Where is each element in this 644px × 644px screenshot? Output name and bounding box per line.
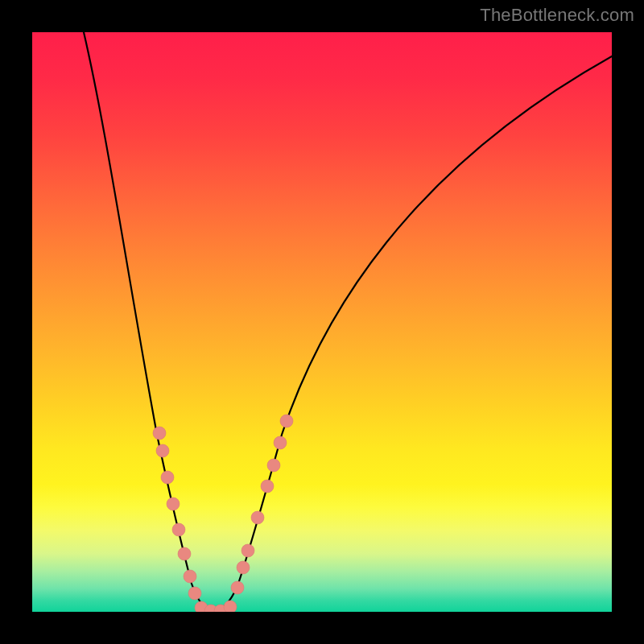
- data-point: [184, 570, 196, 583]
- data-point: [251, 511, 264, 524]
- bottleneck-curve: [84, 32, 612, 611]
- data-point: [188, 587, 201, 600]
- curve-layer: [32, 32, 612, 612]
- data-point: [237, 561, 250, 574]
- chart-frame: TheBottleneck.com: [0, 0, 644, 644]
- data-point: [261, 480, 274, 493]
- data-point: [172, 523, 185, 536]
- data-point: [274, 436, 287, 449]
- plot-area: [32, 32, 612, 612]
- data-point: [224, 601, 237, 612]
- data-point: [267, 459, 280, 472]
- data-point: [161, 471, 174, 484]
- data-point: [167, 497, 180, 510]
- data-point: [153, 427, 166, 440]
- data-point: [231, 581, 244, 594]
- data-point: [242, 544, 254, 557]
- data-point: [156, 444, 169, 457]
- data-point: [280, 415, 293, 427]
- watermark-text: TheBottleneck.com: [480, 5, 634, 26]
- data-point: [178, 547, 191, 560]
